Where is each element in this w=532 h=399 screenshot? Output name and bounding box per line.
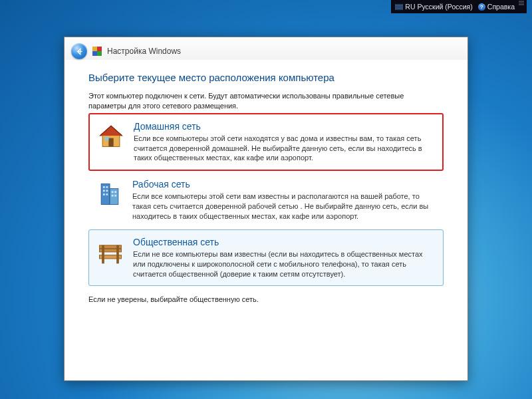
options-chevron[interactable] [517, 1, 525, 13]
svg-rect-13 [114, 195, 116, 197]
dialog-body: Выберите текущее место расположения комп… [65, 60, 467, 303]
office-building-icon [95, 179, 124, 208]
svg-rect-5 [106, 186, 108, 188]
svg-rect-4 [103, 186, 105, 188]
house-icon [96, 121, 126, 150]
svg-rect-8 [103, 194, 105, 196]
bench-icon [96, 237, 125, 266]
keyboard-icon [395, 4, 403, 10]
svg-rect-7 [106, 190, 108, 192]
help-label: Справка [487, 3, 515, 11]
dialog-header: Настройка Windows [65, 37, 467, 60]
lang-code: RU [405, 3, 415, 11]
footnote-text: Если не уверены, выбирайте общественную … [88, 295, 444, 303]
help-button[interactable]: ? Справка [475, 1, 517, 13]
option-public-network[interactable]: Общественная сеть Если не все компьютеры… [88, 229, 444, 287]
svg-rect-3 [110, 189, 118, 205]
help-icon: ? [478, 3, 485, 11]
option-body: Рабочая сеть Если все компьютеры этой се… [132, 179, 437, 221]
svg-rect-11 [114, 192, 116, 194]
option-title: Рабочая сеть [132, 179, 437, 190]
lang-label: Русский (Россия) [417, 3, 472, 11]
svg-rect-20 [116, 245, 119, 259]
option-desc: Если не все компьютеры вам известны (есл… [133, 249, 436, 279]
svg-rect-0 [108, 138, 113, 146]
svg-rect-10 [112, 192, 114, 194]
option-desc: Если все компьютеры этой сети вам извест… [132, 192, 437, 221]
dialog-title: Настройка Windows [107, 47, 181, 56]
taskbar-lang-help: RU Русский (Россия) ? Справка [391, 0, 527, 13]
svg-rect-1 [105, 137, 109, 141]
back-button[interactable] [71, 43, 87, 59]
svg-rect-6 [103, 190, 105, 192]
option-home-network[interactable]: Домашняя сеть Если все компьютеры этой с… [88, 113, 444, 172]
option-title: Домашняя сеть [134, 121, 436, 132]
svg-rect-12 [112, 195, 114, 197]
svg-rect-17 [102, 259, 104, 263]
option-desc: Если все компьютеры этой сети находятся … [134, 134, 436, 164]
option-title: Общественная сеть [133, 237, 436, 247]
svg-rect-18 [116, 259, 119, 263]
option-body: Домашняя сеть Если все компьютеры этой с… [134, 121, 436, 164]
svg-rect-2 [101, 184, 110, 205]
back-arrow-icon [75, 47, 84, 56]
option-body: Общественная сеть Если не все компьютеры… [133, 237, 436, 279]
language-selector[interactable]: RU Русский (Россия) [392, 1, 475, 13]
svg-rect-9 [106, 194, 108, 196]
svg-rect-19 [102, 245, 104, 259]
option-work-network[interactable]: Рабочая сеть Если все компьютеры этой се… [88, 172, 444, 228]
network-location-dialog: Настройка Windows Выберите текущее место… [64, 37, 468, 381]
intro-text: Этот компьютер подключен к сети. Будут а… [88, 91, 444, 112]
page-heading: Выберите текущее место расположения комп… [88, 72, 444, 83]
windows-flag-icon [92, 47, 102, 56]
